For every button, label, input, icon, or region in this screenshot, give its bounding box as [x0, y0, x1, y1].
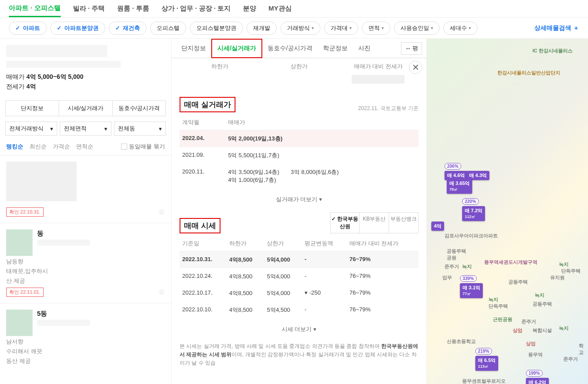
listing-item[interactable]: 5동 남서향 수리해서 깨끗 동산 제공	[0, 303, 171, 371]
sise-table: 기준일하한가상한가평균변동액매매가 대비 전세가 2022.10.31.4억8,…	[180, 236, 419, 318]
table-row: 2022.04.5억 2,000(19일,13층)	[180, 130, 419, 148]
map-area-label: 준주거	[563, 356, 578, 362]
listing-thumb	[6, 162, 77, 201]
filter-bar: 아파트 아파트분양권 재건축 오피스텔 오피스텔분양권 재개발 거래방식▾ 가격…	[0, 18, 588, 39]
map-area-label: 준주거	[522, 318, 536, 325]
map-panel[interactable]: 206%매 4.6억매 4.3억매 3.65억78㎡220%매 7.2억112㎡…	[427, 39, 588, 384]
left-tab-info[interactable]: 단지정보	[6, 101, 59, 116]
provider-bank[interactable]: 부동산뱅크	[389, 213, 418, 233]
chevron-down-icon: ▾	[431, 26, 433, 30]
jeonse-price: 전세가 4억	[6, 83, 165, 91]
filter-officetel[interactable]: 오피스텔	[150, 22, 186, 35]
listing-desc: 수리해서 깨끗	[6, 347, 165, 355]
detail-search-button[interactable]: 상세매물검색 ＋	[534, 24, 579, 32]
select-dealtype[interactable]: 전체거래방식▾	[5, 122, 57, 136]
ctab-school[interactable]: 학군정보	[318, 39, 353, 58]
left-tabs: 단지정보 시세/실거래가 동호수/공시가격	[5, 100, 166, 116]
map-price-marker[interactable]: 매 3.1억77㎡	[460, 283, 483, 298]
verified-date-badge: 확인 22.11.01.	[6, 288, 44, 297]
center-tabs: 단지정보 시세/실거래가 동호수/공시가격 학군정보 사진 ↔ 평	[172, 39, 426, 58]
filter-redev[interactable]: 재개발	[246, 22, 277, 35]
complex-name-placeholder	[6, 45, 107, 57]
favorite-star-icon[interactable]: ☆	[158, 207, 165, 217]
sort-ranking[interactable]: 랭킹순	[6, 143, 23, 151]
top-nav: 아파트 · 오피스텔 빌라 · 주택 원룸 · 투룸 상가 · 업무 · 공장 …	[0, 0, 588, 18]
table-row: 2022.10.17.4억8,5005억4,000▾ -25076~79%	[180, 285, 419, 302]
ctab-sise[interactable]: 시세/실거래가	[211, 39, 262, 58]
filter-apt[interactable]: 아파트	[9, 22, 47, 35]
map-area-label: 김포사우아이파크아파트	[445, 233, 498, 239]
provider-kb[interactable]: KB부동산	[360, 213, 389, 233]
select-dong[interactable]: 전체동▾	[114, 122, 166, 136]
filter-officetel-presale[interactable]: 오피스텔분양권	[190, 22, 243, 35]
price-change-badge: 206%	[445, 163, 461, 170]
map-area-label: 준주거	[445, 263, 459, 270]
ctab-dongho[interactable]: 동호수/공시가격	[262, 39, 318, 58]
section-real-title: 매매 실거래가	[180, 97, 235, 112]
chevron-down-icon: ▾	[349, 26, 352, 30]
chevron-down-icon: ▾	[313, 326, 316, 332]
price-change-badge: 220%	[462, 198, 479, 205]
map-price-marker[interactable]: 매 3.65억78㎡	[447, 179, 472, 194]
map-area-label: 업무	[442, 274, 452, 281]
nav-presale[interactable]: 분양	[243, 1, 256, 16]
select-area[interactable]: 전체면적▾	[60, 122, 112, 136]
sort-newest[interactable]: 최신순	[29, 143, 47, 151]
map-price-marker[interactable]: 매 6.2억	[526, 378, 549, 384]
table-row: 2022.10.31.4억8,5005억4,000-76~79%	[180, 251, 419, 269]
close-panel-button[interactable]: ✕	[409, 61, 422, 74]
provider-kreb[interactable]: 한국부동산원	[331, 213, 360, 233]
filter-price[interactable]: 가격대▾	[324, 22, 358, 35]
map-area-label: 신풍초등학교	[447, 338, 476, 345]
listing-item[interactable]: 확인 22.10.31. ☆	[0, 155, 171, 223]
nav-oneroom[interactable]: 원룸 · 투룸	[117, 1, 149, 16]
checkbox-icon	[121, 144, 127, 150]
chevron-down-icon: ▾	[159, 126, 162, 132]
chevron-down-icon: ▾	[382, 26, 384, 30]
complex-sub-placeholder	[6, 61, 121, 68]
nav-commercial[interactable]: 상가 · 업무 · 공장 · 토지	[162, 1, 231, 16]
sort-price[interactable]: 가격순	[53, 143, 70, 151]
left-tab-dongho[interactable]: 동호수/공시가격	[113, 101, 165, 116]
price-change-badge: 339%	[460, 275, 477, 282]
listing-direction: 남서향	[6, 338, 165, 346]
left-tab-sise[interactable]: 시세/실거래가	[59, 101, 112, 116]
map-price-marker[interactable]: 4억	[431, 222, 444, 231]
filter-rebuild[interactable]: 재건축	[109, 22, 147, 35]
map-area-label: 녹지	[559, 261, 569, 268]
nav-apt-officetel[interactable]: 아파트 · 오피스텔	[9, 0, 61, 17]
filter-apt-presale[interactable]: 아파트분양권	[50, 22, 105, 35]
table-row: 2022.10.24.4억8,5005억4,000-76~79%	[180, 268, 419, 285]
listing-item[interactable]: 동 남동향 태깨끗,입주하시 산 제공 확인 22.11.01. ☆	[0, 223, 171, 303]
real-more-button[interactable]: 실거래가 더보기 ▾	[172, 191, 426, 208]
provider-tabs: 한국부동산원 KB부동산 부동산뱅크	[330, 212, 419, 233]
filter-approval[interactable]: 사용승인일▾	[394, 22, 440, 35]
detail-panel: 단지정보 시세/실거래가 동호수/공시가격 학군정보 사진 ↔ 평 ✕ 하한가 …	[172, 39, 427, 384]
sort-area[interactable]: 면적순	[76, 143, 93, 151]
summary-high-label: 상한가	[290, 63, 308, 70]
map-area-label: 풍무역세권도시개발구역	[484, 259, 537, 266]
summary-ratio-label: 매매가 대비 전세가	[354, 63, 403, 70]
filter-area[interactable]: 면적▾	[362, 22, 390, 35]
map-price-marker[interactable]: 매 7.2억112㎡	[462, 206, 485, 221]
real-transaction-table: 계약월매매가 2022.04.5억 2,000(19일,13층) 2021.09…	[180, 115, 419, 188]
summary-low-label: 하한가	[211, 63, 228, 70]
listing-thumb	[6, 229, 33, 256]
favorite-star-icon[interactable]: ☆	[158, 287, 165, 297]
map-area-label: 공동주택	[508, 279, 528, 285]
section-sise-title: 매매 시세	[180, 218, 220, 233]
sise-more-button[interactable]: 시세 더보기 ▾	[172, 321, 426, 338]
group-same-toggle[interactable]: 동일매물 묶기	[121, 143, 165, 151]
map-area-label: 풍무역	[528, 351, 543, 358]
map-area-label: 단독주택	[489, 303, 508, 310]
nav-myinterest[interactable]: MY관심	[268, 1, 292, 16]
disclaimer-text: 본 시세는 실거래 가격, 방매 사례 및 시세 도움 중개업소 의견가격 등을…	[172, 338, 426, 372]
filter-households[interactable]: 세대수▾	[443, 22, 478, 35]
chevron-down-icon: ▾	[312, 26, 314, 30]
filter-dealtype[interactable]: 거래방식▾	[280, 22, 320, 35]
ctab-photo[interactable]: 사진	[353, 39, 376, 58]
ctab-info[interactable]: 단지정보	[176, 39, 211, 58]
map-price-marker[interactable]: 매 6.5억113㎡	[475, 356, 498, 371]
nav-villa[interactable]: 빌라 · 주택	[73, 1, 105, 16]
pyeong-toggle[interactable]: ↔ 평	[401, 42, 422, 55]
